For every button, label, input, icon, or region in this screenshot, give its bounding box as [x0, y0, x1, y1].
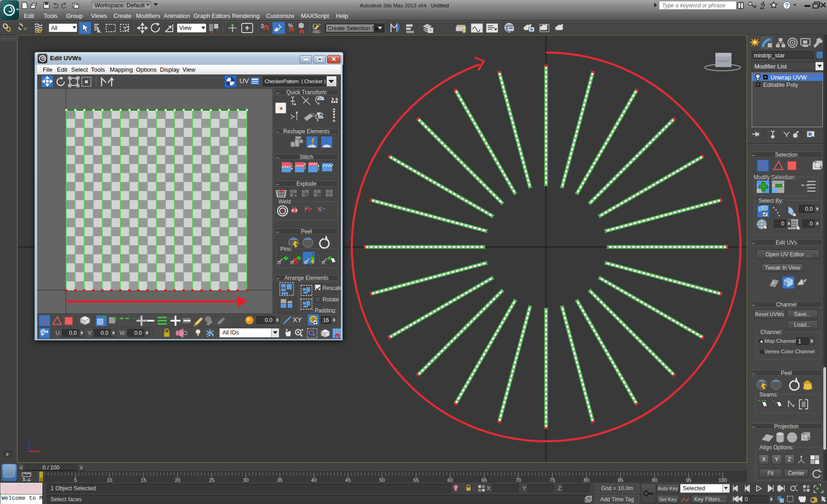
svg-text:FRONT: FRONT [718, 59, 730, 63]
svg-text:All: All [51, 25, 57, 31]
svg-text:View: View [179, 25, 192, 31]
svg-text:Create Selection Se: Create Selection Se [328, 25, 379, 32]
svg-text:ABC: ABC [312, 29, 320, 34]
